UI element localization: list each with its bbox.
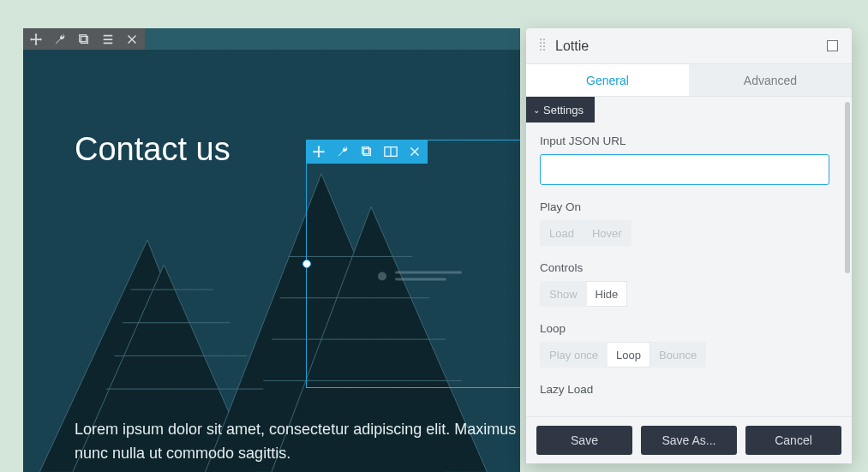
save-button[interactable]: Save (536, 426, 632, 455)
canvas-content: Contact us Lorem ipsum dolor sit amet, c… (23, 50, 520, 472)
loop-group: Play once Loop Bounce (540, 342, 829, 367)
properties-panel: Lottie General Advanced ⌄ Settings Input… (526, 28, 852, 463)
save-as-button[interactable]: Save As... (641, 426, 737, 455)
block-placeholder (378, 272, 462, 281)
panel-title: Lottie (555, 39, 827, 54)
page-title: Contact us (75, 131, 230, 168)
page-body-text: Lorem ipsum dolor sit amet, consectetur … (75, 418, 520, 466)
wrench-icon[interactable] (335, 144, 350, 159)
scrollbar-thumb[interactable] (845, 102, 850, 273)
close-icon[interactable] (124, 32, 140, 47)
panel-footer: Save Save As... Cancel (526, 416, 852, 463)
move-icon[interactable] (311, 144, 326, 159)
canvas-toolbar (23, 28, 145, 50)
panel-content: ⌄ Settings Input JSON URL Play On Load H… (526, 97, 843, 416)
block-toolbar (306, 140, 428, 164)
editor-canvas: Contact us Lorem ipsum dolor sit amet, c… (23, 28, 520, 472)
resize-handle-left[interactable] (302, 260, 311, 268)
list-icon[interactable] (100, 32, 116, 47)
json-url-label: Input JSON URL (540, 134, 829, 147)
copy-icon[interactable] (76, 32, 92, 47)
controls-group: Show Hide (540, 281, 829, 307)
play-on-label: Play On (540, 200, 829, 213)
play-on-load[interactable]: Load (540, 220, 584, 246)
controls-hide[interactable]: Hide (587, 281, 628, 307)
columns-icon[interactable] (383, 144, 398, 159)
wrench-icon[interactable] (52, 32, 68, 47)
loop-once[interactable]: Play once (540, 342, 608, 367)
play-on-group: Load Hover (540, 220, 829, 246)
json-url-input[interactable] (540, 154, 829, 185)
lazy-load-label: Lazy Load (540, 383, 829, 396)
cancel-button[interactable]: Cancel (745, 426, 841, 455)
move-icon[interactable] (28, 32, 44, 47)
controls-show[interactable]: Show (540, 281, 587, 307)
tab-advanced[interactable]: Advanced (689, 64, 852, 96)
loop-label: Loop (540, 322, 829, 335)
loop-loop[interactable]: Loop (608, 342, 650, 367)
panel-tabs: General Advanced (526, 64, 852, 97)
loop-bounce[interactable]: Bounce (650, 342, 706, 367)
copy-icon[interactable] (359, 144, 374, 159)
tab-general[interactable]: General (526, 64, 689, 96)
section-settings[interactable]: ⌄ Settings (526, 97, 595, 122)
maximize-icon[interactable] (827, 40, 838, 51)
section-label: Settings (543, 104, 584, 117)
selected-block[interactable] (306, 140, 520, 388)
close-icon[interactable] (407, 144, 422, 159)
drag-handle-icon[interactable] (540, 39, 547, 54)
panel-header: Lottie (526, 28, 852, 64)
play-on-hover[interactable]: Hover (584, 220, 632, 246)
controls-label: Controls (540, 261, 829, 274)
chevron-down-icon: ⌄ (533, 105, 540, 115)
